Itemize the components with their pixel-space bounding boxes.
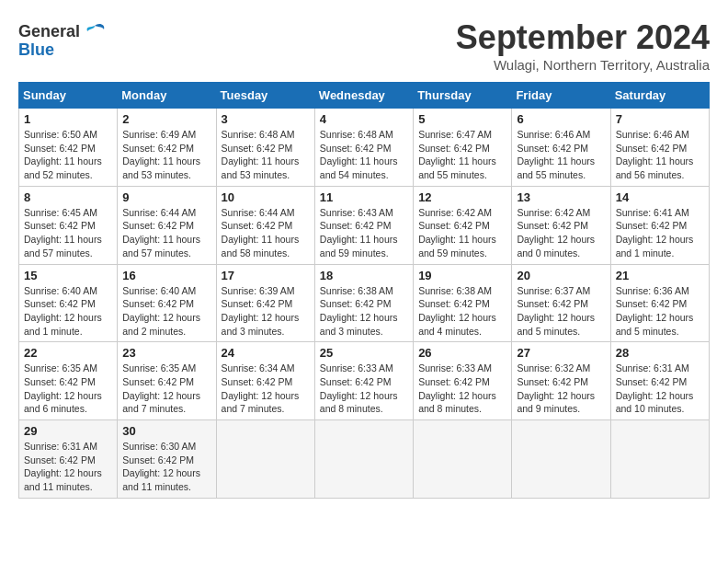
calendar-cell: 13 Sunrise: 6:42 AMSunset: 6:42 PMDaylig… — [512, 186, 610, 264]
calendar-cell — [216, 420, 314, 499]
day-number: 1 — [24, 112, 112, 126]
calendar-cell: 18 Sunrise: 6:38 AMSunset: 6:42 PMDaylig… — [314, 264, 413, 342]
day-number: 29 — [24, 424, 112, 438]
week-row-3: 15 Sunrise: 6:40 AMSunset: 6:42 PMDaylig… — [19, 264, 710, 342]
cell-content: Sunrise: 6:50 AMSunset: 6:42 PMDaylight:… — [24, 129, 102, 180]
week-row-2: 8 Sunrise: 6:45 AMSunset: 6:42 PMDayligh… — [19, 186, 710, 264]
calendar-cell: 22 Sunrise: 6:35 AMSunset: 6:42 PMDaylig… — [19, 342, 118, 420]
calendar-cell: 3 Sunrise: 6:48 AMSunset: 6:42 PMDayligh… — [216, 109, 314, 187]
day-number: 13 — [517, 190, 605, 204]
day-number: 4 — [320, 112, 408, 126]
day-header-thursday: Thursday — [414, 83, 512, 109]
calendar-cell — [610, 420, 709, 499]
calendar-cell: 21 Sunrise: 6:36 AMSunset: 6:42 PMDaylig… — [610, 264, 709, 342]
location-subtitle: Wulagi, Northern Territory, Australia — [456, 57, 710, 73]
cell-content: Sunrise: 6:35 AMSunset: 6:42 PMDaylight:… — [122, 362, 200, 414]
logo-blue-text: Blue — [18, 40, 54, 60]
cell-content: Sunrise: 6:42 AMSunset: 6:42 PMDaylight:… — [418, 207, 496, 259]
day-number: 3 — [222, 112, 310, 126]
cell-content: Sunrise: 6:36 AMSunset: 6:42 PMDaylight:… — [616, 285, 694, 337]
day-number: 20 — [517, 269, 605, 282]
calendar-cell: 9 Sunrise: 6:44 AMSunset: 6:42 PMDayligh… — [118, 186, 216, 264]
cell-content: Sunrise: 6:42 AMSunset: 6:42 PMDaylight:… — [517, 207, 595, 259]
day-number: 25 — [320, 346, 408, 360]
cell-content: Sunrise: 6:38 AMSunset: 6:42 PMDaylight:… — [418, 285, 496, 337]
calendar-cell: 8 Sunrise: 6:45 AMSunset: 6:42 PMDayligh… — [19, 186, 118, 264]
calendar-cell: 24 Sunrise: 6:34 AMSunset: 6:42 PMDaylig… — [216, 342, 314, 420]
calendar-cell — [314, 420, 413, 499]
day-header-wednesday: Wednesday — [314, 83, 413, 109]
day-number: 14 — [616, 190, 704, 204]
calendar-cell — [512, 420, 610, 499]
day-number: 2 — [122, 112, 210, 126]
week-row-1: 1 Sunrise: 6:50 AMSunset: 6:42 PMDayligh… — [19, 109, 710, 187]
day-number: 21 — [616, 269, 704, 282]
day-header-sunday: Sunday — [19, 83, 118, 109]
calendar-cell — [414, 420, 512, 499]
calendar-cell: 23 Sunrise: 6:35 AMSunset: 6:42 PMDaylig… — [118, 342, 216, 420]
calendar-cell: 14 Sunrise: 6:41 AMSunset: 6:42 PMDaylig… — [610, 186, 709, 264]
cell-content: Sunrise: 6:49 AMSunset: 6:42 PMDaylight:… — [122, 129, 200, 180]
day-number: 7 — [616, 112, 704, 126]
day-number: 16 — [122, 269, 210, 282]
cell-content: Sunrise: 6:34 AMSunset: 6:42 PMDaylight:… — [222, 362, 300, 414]
calendar-cell: 17 Sunrise: 6:39 AMSunset: 6:42 PMDaylig… — [216, 264, 314, 342]
calendar-cell: 16 Sunrise: 6:40 AMSunset: 6:42 PMDaylig… — [118, 264, 216, 342]
cell-content: Sunrise: 6:40 AMSunset: 6:42 PMDaylight:… — [122, 285, 200, 337]
day-number: 5 — [418, 112, 506, 126]
cell-content: Sunrise: 6:37 AMSunset: 6:42 PMDaylight:… — [517, 285, 595, 337]
cell-content: Sunrise: 6:35 AMSunset: 6:42 PMDaylight:… — [24, 362, 102, 414]
calendar-cell: 2 Sunrise: 6:49 AMSunset: 6:42 PMDayligh… — [118, 109, 216, 187]
cell-content: Sunrise: 6:47 AMSunset: 6:42 PMDaylight:… — [418, 129, 496, 180]
calendar-table: SundayMondayTuesdayWednesdayThursdayFrid… — [18, 82, 710, 499]
day-header-monday: Monday — [118, 83, 216, 109]
month-title: September 2024 — [456, 18, 710, 57]
day-number: 12 — [418, 190, 506, 204]
calendar-cell: 20 Sunrise: 6:37 AMSunset: 6:42 PMDaylig… — [512, 264, 610, 342]
calendar-cell: 4 Sunrise: 6:48 AMSunset: 6:42 PMDayligh… — [314, 109, 413, 187]
cell-content: Sunrise: 6:40 AMSunset: 6:42 PMDaylight:… — [24, 285, 102, 337]
day-number: 17 — [222, 269, 310, 282]
calendar-cell: 5 Sunrise: 6:47 AMSunset: 6:42 PMDayligh… — [414, 109, 512, 187]
page-header: General Blue September 2024 Wulagi, Nort… — [18, 18, 710, 73]
cell-content: Sunrise: 6:45 AMSunset: 6:42 PMDaylight:… — [24, 207, 102, 259]
day-number: 11 — [320, 190, 408, 204]
title-section: September 2024 Wulagi, Northern Territor… — [456, 18, 710, 73]
calendar-cell: 7 Sunrise: 6:46 AMSunset: 6:42 PMDayligh… — [610, 109, 709, 187]
calendar-cell: 25 Sunrise: 6:33 AMSunset: 6:42 PMDaylig… — [314, 342, 413, 420]
day-number: 28 — [616, 346, 704, 360]
cell-content: Sunrise: 6:39 AMSunset: 6:42 PMDaylight:… — [222, 285, 300, 337]
calendar-cell: 1 Sunrise: 6:50 AMSunset: 6:42 PMDayligh… — [19, 109, 118, 187]
calendar-cell: 10 Sunrise: 6:44 AMSunset: 6:42 PMDaylig… — [216, 186, 314, 264]
cell-content: Sunrise: 6:48 AMSunset: 6:42 PMDaylight:… — [222, 129, 300, 180]
logo-general-text: General — [18, 22, 80, 41]
day-number: 30 — [122, 424, 210, 438]
calendar-cell: 27 Sunrise: 6:32 AMSunset: 6:42 PMDaylig… — [512, 342, 610, 420]
cell-content: Sunrise: 6:33 AMSunset: 6:42 PMDaylight:… — [418, 362, 496, 414]
calendar-cell: 12 Sunrise: 6:42 AMSunset: 6:42 PMDaylig… — [414, 186, 512, 264]
cell-content: Sunrise: 6:44 AMSunset: 6:42 PMDaylight:… — [122, 207, 200, 259]
day-number: 26 — [418, 346, 506, 360]
calendar-cell: 26 Sunrise: 6:33 AMSunset: 6:42 PMDaylig… — [414, 342, 512, 420]
day-number: 6 — [517, 112, 605, 126]
day-header-friday: Friday — [512, 83, 610, 109]
day-number: 18 — [320, 269, 408, 282]
day-number: 15 — [24, 269, 112, 282]
logo-bird-icon — [82, 18, 108, 44]
calendar-cell: 15 Sunrise: 6:40 AMSunset: 6:42 PMDaylig… — [19, 264, 118, 342]
logo: General Blue — [18, 18, 108, 60]
calendar-cell: 30 Sunrise: 6:30 AMSunset: 6:42 PMDaylig… — [118, 420, 216, 499]
cell-content: Sunrise: 6:48 AMSunset: 6:42 PMDaylight:… — [320, 129, 398, 180]
cell-content: Sunrise: 6:43 AMSunset: 6:42 PMDaylight:… — [320, 207, 398, 259]
calendar-cell: 11 Sunrise: 6:43 AMSunset: 6:42 PMDaylig… — [314, 186, 413, 264]
day-number: 23 — [122, 346, 210, 360]
cell-content: Sunrise: 6:30 AMSunset: 6:42 PMDaylight:… — [122, 441, 200, 492]
day-number: 27 — [517, 346, 605, 360]
calendar-cell: 29 Sunrise: 6:31 AMSunset: 6:42 PMDaylig… — [19, 420, 118, 499]
cell-content: Sunrise: 6:32 AMSunset: 6:42 PMDaylight:… — [517, 362, 595, 414]
day-number: 9 — [122, 190, 210, 204]
cell-content: Sunrise: 6:38 AMSunset: 6:42 PMDaylight:… — [320, 285, 398, 337]
cell-content: Sunrise: 6:33 AMSunset: 6:42 PMDaylight:… — [320, 362, 398, 414]
calendar-cell: 6 Sunrise: 6:46 AMSunset: 6:42 PMDayligh… — [512, 109, 610, 187]
week-row-5: 29 Sunrise: 6:31 AMSunset: 6:42 PMDaylig… — [19, 420, 710, 499]
